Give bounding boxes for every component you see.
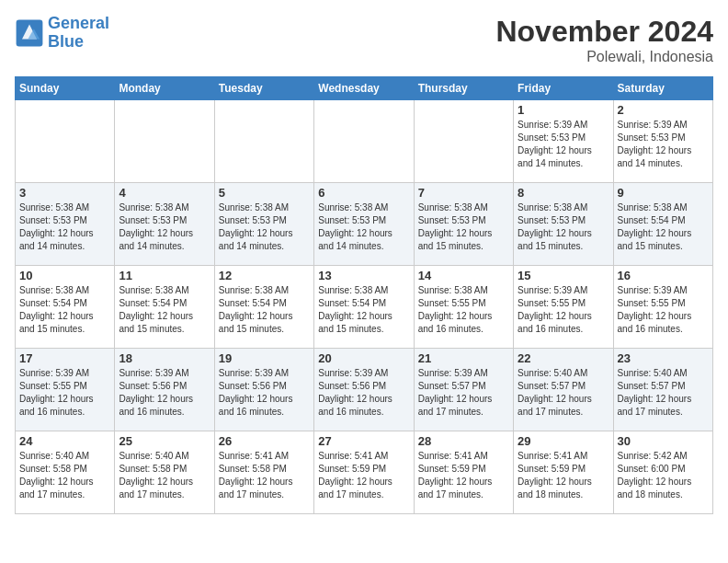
day-number: 14 (418, 269, 509, 282)
day-number: 12 (219, 269, 310, 282)
logo-line2: Blue (48, 32, 84, 51)
col-header-sunday: Sunday (16, 77, 115, 100)
calendar-cell: 21Sunrise: 5:39 AM Sunset: 5:57 PM Dayli… (414, 349, 513, 431)
calendar-cell (115, 100, 214, 183)
day-content: Sunrise: 5:39 AM Sunset: 5:55 PM Dayligh… (618, 284, 709, 336)
calendar-cell: 3Sunrise: 5:38 AM Sunset: 5:53 PM Daylig… (16, 183, 115, 266)
calendar-cell: 8Sunrise: 5:38 AM Sunset: 5:53 PM Daylig… (514, 183, 613, 266)
day-content: Sunrise: 5:40 AM Sunset: 5:58 PM Dayligh… (119, 450, 210, 501)
calendar-cell: 9Sunrise: 5:38 AM Sunset: 5:54 PM Daylig… (613, 183, 712, 266)
calendar-cell: 19Sunrise: 5:39 AM Sunset: 5:56 PM Dayli… (214, 349, 313, 431)
day-number: 15 (518, 269, 609, 282)
day-number: 16 (618, 269, 709, 282)
day-number: 27 (318, 434, 409, 448)
calendar-cell (414, 100, 513, 183)
calendar-cell: 20Sunrise: 5:39 AM Sunset: 5:56 PM Dayli… (314, 349, 414, 431)
page-header: General Blue November 2024 Polewali, Ind… (15, 15, 713, 65)
calendar-week-row: 1Sunrise: 5:39 AM Sunset: 5:53 PM Daylig… (16, 100, 713, 183)
calendar-cell: 7Sunrise: 5:38 AM Sunset: 5:53 PM Daylig… (414, 183, 513, 266)
day-number: 17 (19, 351, 110, 365)
calendar-week-row: 24Sunrise: 5:40 AM Sunset: 5:58 PM Dayli… (16, 431, 713, 514)
day-content: Sunrise: 5:40 AM Sunset: 5:57 PM Dayligh… (618, 367, 709, 419)
day-content: Sunrise: 5:39 AM Sunset: 5:57 PM Dayligh… (418, 367, 509, 419)
day-content: Sunrise: 5:38 AM Sunset: 5:54 PM Dayligh… (219, 284, 310, 336)
calendar-cell: 27Sunrise: 5:41 AM Sunset: 5:59 PM Dayli… (314, 431, 414, 514)
calendar-week-row: 3Sunrise: 5:38 AM Sunset: 5:53 PM Daylig… (16, 183, 713, 266)
calendar-cell: 12Sunrise: 5:38 AM Sunset: 5:54 PM Dayli… (214, 266, 313, 349)
day-number: 20 (318, 351, 409, 365)
calendar-week-row: 17Sunrise: 5:39 AM Sunset: 5:55 PM Dayli… (16, 349, 713, 431)
calendar-cell: 22Sunrise: 5:40 AM Sunset: 5:57 PM Dayli… (514, 349, 613, 431)
day-number: 9 (618, 186, 709, 200)
calendar-cell: 14Sunrise: 5:38 AM Sunset: 5:55 PM Dayli… (414, 266, 513, 349)
calendar-cell: 17Sunrise: 5:39 AM Sunset: 5:55 PM Dayli… (16, 349, 115, 431)
day-content: Sunrise: 5:41 AM Sunset: 5:59 PM Dayligh… (518, 450, 609, 501)
location: Polewali, Indonesia (495, 49, 713, 65)
calendar-cell: 23Sunrise: 5:40 AM Sunset: 5:57 PM Dayli… (613, 349, 712, 431)
day-number: 26 (219, 434, 310, 448)
day-number: 19 (219, 351, 310, 365)
logo-text: General Blue (48, 15, 109, 52)
calendar-cell: 15Sunrise: 5:39 AM Sunset: 5:55 PM Dayli… (514, 266, 613, 349)
day-number: 18 (119, 351, 210, 365)
day-content: Sunrise: 5:38 AM Sunset: 5:53 PM Dayligh… (518, 201, 609, 253)
calendar-cell: 18Sunrise: 5:39 AM Sunset: 5:56 PM Dayli… (115, 349, 214, 431)
day-number: 4 (119, 186, 210, 200)
day-content: Sunrise: 5:38 AM Sunset: 5:53 PM Dayligh… (19, 201, 110, 253)
calendar-cell: 24Sunrise: 5:40 AM Sunset: 5:58 PM Dayli… (16, 431, 115, 514)
calendar-cell: 5Sunrise: 5:38 AM Sunset: 5:53 PM Daylig… (214, 183, 313, 266)
day-number: 29 (518, 434, 609, 448)
calendar-table: SundayMondayTuesdayWednesdayThursdayFrid… (15, 76, 713, 514)
calendar-cell: 25Sunrise: 5:40 AM Sunset: 5:58 PM Dayli… (115, 431, 214, 514)
logo: General Blue (15, 15, 109, 52)
day-content: Sunrise: 5:41 AM Sunset: 5:58 PM Dayligh… (219, 450, 310, 501)
calendar-cell: 30Sunrise: 5:42 AM Sunset: 6:00 PM Dayli… (613, 431, 712, 514)
day-number: 3 (19, 186, 110, 200)
day-number: 8 (518, 186, 609, 200)
day-content: Sunrise: 5:38 AM Sunset: 5:54 PM Dayligh… (19, 284, 110, 336)
calendar-week-row: 10Sunrise: 5:38 AM Sunset: 5:54 PM Dayli… (16, 266, 713, 349)
col-header-monday: Monday (115, 77, 214, 100)
calendar-cell: 26Sunrise: 5:41 AM Sunset: 5:58 PM Dayli… (214, 431, 313, 514)
day-content: Sunrise: 5:38 AM Sunset: 5:54 PM Dayligh… (318, 284, 409, 336)
day-number: 28 (418, 434, 509, 448)
calendar-cell: 11Sunrise: 5:38 AM Sunset: 5:54 PM Dayli… (115, 266, 214, 349)
calendar-cell: 1Sunrise: 5:39 AM Sunset: 5:53 PM Daylig… (514, 100, 613, 183)
day-number: 22 (518, 351, 609, 365)
col-header-thursday: Thursday (414, 77, 513, 100)
day-number: 23 (618, 351, 709, 365)
title-block: November 2024 Polewali, Indonesia (495, 15, 713, 65)
day-content: Sunrise: 5:40 AM Sunset: 5:58 PM Dayligh… (19, 450, 110, 501)
day-content: Sunrise: 5:38 AM Sunset: 5:55 PM Dayligh… (418, 284, 509, 336)
day-content: Sunrise: 5:38 AM Sunset: 5:53 PM Dayligh… (418, 201, 509, 253)
day-content: Sunrise: 5:41 AM Sunset: 5:59 PM Dayligh… (418, 450, 509, 501)
calendar-cell: 2Sunrise: 5:39 AM Sunset: 5:53 PM Daylig… (613, 100, 712, 183)
calendar-cell: 16Sunrise: 5:39 AM Sunset: 5:55 PM Dayli… (613, 266, 712, 349)
col-header-wednesday: Wednesday (314, 77, 414, 100)
day-content: Sunrise: 5:38 AM Sunset: 5:54 PM Dayligh… (119, 284, 210, 336)
logo-line1: General (48, 14, 109, 32)
calendar-cell: 13Sunrise: 5:38 AM Sunset: 5:54 PM Dayli… (314, 266, 414, 349)
calendar-cell: 4Sunrise: 5:38 AM Sunset: 5:53 PM Daylig… (115, 183, 214, 266)
day-number: 25 (119, 434, 210, 448)
day-content: Sunrise: 5:39 AM Sunset: 5:55 PM Dayligh… (518, 284, 609, 336)
day-content: Sunrise: 5:39 AM Sunset: 5:53 PM Dayligh… (518, 119, 609, 170)
day-content: Sunrise: 5:38 AM Sunset: 5:53 PM Dayligh… (219, 201, 310, 253)
calendar-header-row: SundayMondayTuesdayWednesdayThursdayFrid… (16, 77, 713, 100)
day-number: 21 (418, 351, 509, 365)
col-header-saturday: Saturday (613, 77, 712, 100)
day-content: Sunrise: 5:39 AM Sunset: 5:56 PM Dayligh… (119, 367, 210, 419)
month-year: November 2024 (495, 15, 713, 49)
day-content: Sunrise: 5:38 AM Sunset: 5:53 PM Dayligh… (318, 201, 409, 253)
day-content: Sunrise: 5:39 AM Sunset: 5:53 PM Dayligh… (618, 119, 709, 170)
day-number: 13 (318, 269, 409, 282)
day-number: 1 (518, 103, 609, 117)
calendar-cell: 29Sunrise: 5:41 AM Sunset: 5:59 PM Dayli… (514, 431, 613, 514)
calendar-cell: 6Sunrise: 5:38 AM Sunset: 5:53 PM Daylig… (314, 183, 414, 266)
calendar-cell (16, 100, 115, 183)
day-content: Sunrise: 5:38 AM Sunset: 5:53 PM Dayligh… (119, 201, 210, 253)
day-number: 30 (618, 434, 709, 448)
day-number: 2 (618, 103, 709, 117)
day-number: 24 (19, 434, 110, 448)
day-content: Sunrise: 5:40 AM Sunset: 5:57 PM Dayligh… (518, 367, 609, 419)
